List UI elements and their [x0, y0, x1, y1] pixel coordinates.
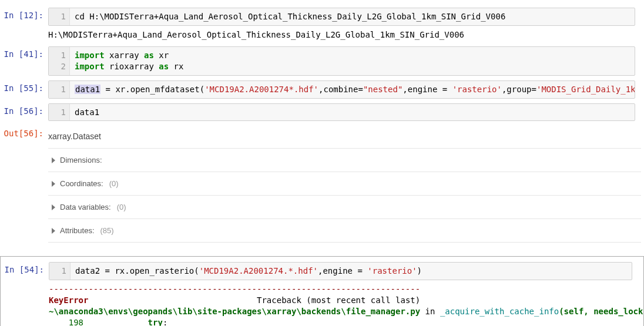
code-content[interactable]: data1 = xr.open_mfdataset('MCD19A2.A2001…	[70, 81, 635, 98]
section-label: Data variables:	[60, 203, 111, 211]
dataset-section-dimensions[interactable]: Dimensions:	[48, 149, 641, 172]
section-label: Coordinates:	[60, 179, 103, 188]
code-area-55[interactable]: 1 data1 = xr.open_mfdataset('MCD19A2.A20…	[48, 80, 635, 99]
prompt-in-55: In [55]:	[0, 80, 48, 99]
section-label: Attributes:	[60, 226, 95, 235]
code-content[interactable]: cd H:\MODISTerra+Aqua_Land_Aerosol_Optic…	[70, 8, 635, 25]
gutter: 12	[49, 47, 70, 75]
caret-right-icon	[52, 181, 55, 187]
caret-right-icon	[52, 157, 55, 163]
code-content[interactable]: data2 = rx.open_rasterio('MCD19A2.A20012…	[71, 263, 632, 280]
output-rich-56: xarray.Dataset Dimensions: Coordinates: …	[48, 126, 641, 243]
prompt-in-54: In [54]:	[1, 262, 49, 326]
output-stream-12: H:\MODISTerra+Aqua_Land_Aerosol_Optical_…	[48, 26, 635, 42]
code-area-56[interactable]: 1 data1	[48, 103, 635, 122]
cell-input-55: In [55]: 1 data1 = xr.open_mfdataset('MC…	[0, 79, 644, 100]
dataset-title: xarray.Dataset	[48, 126, 641, 148]
output-traceback-54: ----------------------------------------…	[49, 280, 632, 326]
section-count: (0)	[109, 179, 119, 188]
code-content[interactable]: import xarray as xr import rioxarray as …	[70, 47, 635, 75]
prompt-in-56: In [56]:	[0, 103, 48, 122]
code-area-41[interactable]: 12 import xarray as xr import rioxarray …	[48, 46, 635, 76]
cell-selected-54[interactable]: In [54]: 1 data2 = rx.open_rasterio('MCD…	[0, 256, 644, 326]
code-area-12[interactable]: 1 cd H:\MODISTerra+Aqua_Land_Aerosol_Opt…	[48, 8, 635, 26]
cell-input-12: In [12]: 1 cd H:\MODISTerra+Aqua_Land_Ae…	[0, 6, 644, 43]
prompt-in-12: In [12]:	[0, 8, 48, 42]
dataset-section-attributes[interactable]: Attributes: (85)	[48, 219, 641, 242]
gutter: 1	[49, 263, 71, 280]
cell-input-41: In [41]: 12 import xarray as xr import r…	[0, 45, 644, 78]
code-area-54[interactable]: 1 data2 = rx.open_rasterio('MCD19A2.A200…	[49, 262, 632, 280]
dataset-section-datavars[interactable]: Data variables: (0)	[48, 196, 641, 219]
gutter: 1	[49, 104, 70, 121]
code-content[interactable]: data1	[70, 104, 635, 121]
section-count: (85)	[100, 226, 114, 235]
gutter: 1	[49, 8, 70, 25]
section-label: Dimensions:	[60, 156, 102, 164]
section-count: (0)	[117, 203, 126, 211]
cell-input-54: In [54]: 1 data2 = rx.open_rasterio('MCD…	[1, 260, 641, 326]
prompt-in-41: In [41]:	[0, 46, 48, 76]
prompt-out-56: Out[56]:	[0, 126, 48, 243]
dataset-section-coordinates[interactable]: Coordinates: (0)	[48, 172, 641, 195]
gutter: 1	[49, 81, 70, 98]
cell-input-56: In [56]: 1 data1	[0, 102, 644, 123]
caret-right-icon	[52, 228, 55, 234]
cell-output-56: Out[56]: xarray.Dataset Dimensions: Coor…	[0, 124, 644, 244]
caret-right-icon	[52, 204, 55, 210]
